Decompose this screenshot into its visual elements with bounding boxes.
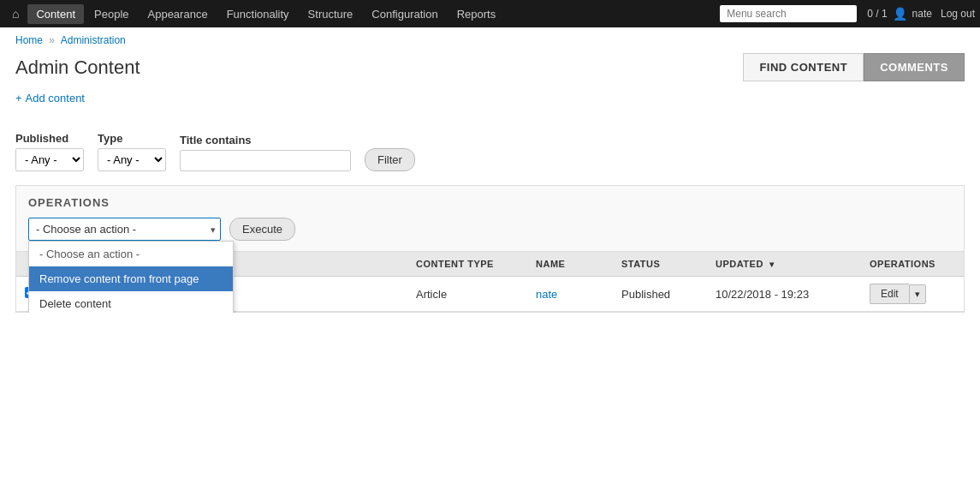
row-operations: Edit ▾	[861, 277, 964, 312]
title-contains-label: Title contains	[180, 134, 351, 146]
content-area: +Add content Published - Any - Type - An…	[0, 92, 980, 313]
edit-button[interactable]: Edit	[870, 284, 909, 304]
title-filter-group: Title contains	[180, 134, 351, 171]
th-name: NAME	[527, 252, 613, 277]
published-label: Published	[15, 132, 84, 145]
published-select[interactable]: - Any -	[15, 148, 84, 171]
action-select[interactable]: - Choose an action - Remove content from…	[28, 218, 221, 241]
row-name-link[interactable]: nate	[536, 288, 557, 301]
top-navigation: ⌂ Content People Appearance Functionalit…	[0, 0, 980, 27]
breadcrumb: Home » Administration	[0, 27, 980, 50]
th-updated[interactable]: UPDATED ▾	[707, 252, 861, 277]
operations-row: - Choose an action - Remove content from…	[28, 218, 952, 241]
operations-title: OPERATIONS	[28, 196, 952, 209]
find-content-button[interactable]: FIND CONTENT	[743, 53, 864, 81]
edit-arrow-icon: ▾	[915, 289, 920, 299]
sort-arrow-icon: ▾	[769, 260, 775, 269]
home-icon[interactable]: ⌂	[5, 3, 26, 24]
filter-bar: Published - Any - Type - Any - Title con…	[15, 132, 965, 171]
nav-item-functionality[interactable]: Functionality	[218, 4, 298, 24]
filter-button[interactable]: Filter	[365, 148, 415, 171]
logout-button[interactable]: Log out	[941, 8, 975, 20]
nav-item-configuration[interactable]: Configuration	[363, 4, 446, 24]
execute-button[interactable]: Execute	[229, 218, 295, 241]
nav-item-structure[interactable]: Structure	[300, 4, 362, 24]
breadcrumb-home[interactable]: Home	[15, 34, 43, 46]
type-select[interactable]: - Any -	[98, 148, 166, 171]
username: nate	[912, 8, 932, 20]
dropdown-item-delete[interactable]: Delete content	[29, 291, 233, 313]
action-select-wrapper: - Choose an action - Remove content from…	[28, 218, 221, 241]
header-buttons: FIND CONTENT COMMENTS	[743, 53, 965, 81]
row-name: nate	[527, 277, 613, 312]
operations-section: OPERATIONS - Choose an action - Remove c…	[15, 185, 965, 252]
nav-item-people[interactable]: People	[86, 4, 137, 24]
action-dropdown-menu: - Choose an action - Remove content from…	[28, 241, 234, 313]
user-info: 0 / 1 👤 nate Log out	[867, 7, 975, 21]
menu-search-input[interactable]	[720, 5, 857, 22]
th-operations: OPERATIONS	[861, 252, 964, 277]
dropdown-item-remove[interactable]: Remove content from front page	[29, 266, 233, 291]
plus-icon: +	[15, 92, 22, 105]
add-content-link[interactable]: +Add content	[15, 92, 85, 105]
title-contains-input[interactable]	[180, 150, 351, 171]
user-icon: 👤	[893, 7, 907, 21]
edit-dropdown-button[interactable]: ▾	[909, 284, 926, 304]
breadcrumb-separator: »	[49, 34, 55, 46]
page-header: Admin Content FIND CONTENT COMMENTS	[0, 50, 980, 92]
edit-button-group: Edit ▾	[870, 284, 955, 304]
nav-item-appearance[interactable]: Appearance	[140, 4, 217, 24]
nav-item-content[interactable]: Content	[27, 4, 84, 24]
th-status: STATUS	[613, 252, 707, 277]
breadcrumb-admin[interactable]: Administration	[61, 34, 126, 46]
nav-item-reports[interactable]: Reports	[448, 4, 505, 24]
comments-button[interactable]: COMMENTS	[864, 53, 965, 81]
user-count: 0 / 1	[867, 8, 887, 20]
type-filter-group: Type - Any -	[98, 132, 166, 171]
row-updated: 10/22/2018 - 19:23	[707, 277, 861, 312]
th-content-type: CONTENT TYPE	[407, 252, 527, 277]
page-title: Admin Content	[15, 57, 140, 79]
type-label: Type	[98, 132, 166, 145]
published-filter-group: Published - Any -	[15, 132, 84, 171]
dropdown-item-placeholder[interactable]: - Choose an action -	[29, 242, 233, 266]
row-content-type: Article	[407, 277, 527, 312]
row-status: Published	[613, 277, 707, 312]
